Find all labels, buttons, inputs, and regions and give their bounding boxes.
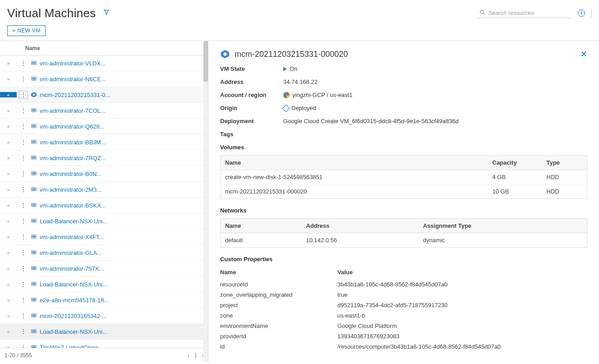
row-actions-menu[interactable]: ⋮	[19, 138, 28, 146]
vm-name-link[interactable]: Load-Balancer-NSX-Uni...	[40, 218, 107, 225]
row-actions-menu[interactable]: ⋮	[19, 123, 28, 130]
expand-icon[interactable]: »	[0, 218, 17, 224]
vm-name-link[interactable]: Load-Balancer-NSX-Uni...	[40, 328, 107, 335]
expand-icon[interactable]: »	[0, 234, 17, 240]
svg-rect-37	[32, 331, 36, 332]
vm-list-row[interactable]: »⋮vm-administrator-BSKX...	[0, 198, 208, 213]
row-actions-menu[interactable]: ⋮	[19, 170, 28, 177]
row-actions-menu[interactable]: ⋮	[19, 202, 28, 209]
volumes-col-capacity[interactable]: Capacity	[488, 156, 542, 170]
expand-icon[interactable]: »	[0, 187, 17, 192]
expand-icon[interactable]: »	[0, 171, 17, 176]
row-actions-menu[interactable]: ⋮	[19, 154, 28, 161]
vm-name-link[interactable]: Load-Balancer-NSX-Uni...	[40, 281, 107, 288]
networks-col-address[interactable]: Address	[302, 219, 419, 233]
vm-name-link[interactable]: vm-administrator-Q628...	[40, 123, 105, 130]
svg-rect-15	[32, 157, 36, 159]
props-col-name[interactable]: Name	[220, 267, 337, 279]
vm-list-row[interactable]: »⋮vm-administrator-Q628...	[0, 119, 208, 134]
expand-icon[interactable]: »	[0, 108, 17, 113]
expand-icon[interactable]: »	[0, 203, 17, 208]
vm-list-row[interactable]: »⋮vm-administrator-B0N...	[0, 166, 208, 182]
expand-icon[interactable]: »	[0, 297, 17, 303]
column-header-name[interactable]: Name	[25, 45, 40, 51]
collapse-icon[interactable]: «	[0, 92, 17, 97]
vm-name-link[interactable]: vm-administrator-GLA...	[40, 249, 102, 256]
vm-name-link[interactable]: e2e-a8n-mcm545178-18...	[40, 297, 109, 304]
row-actions-menu[interactable]: ⋮	[19, 328, 28, 335]
vm-list-row[interactable]: »⋮vm-administrator-7COL...	[0, 103, 208, 119]
volumes-col-name[interactable]: Name	[221, 156, 488, 170]
expand-icon[interactable]: »	[0, 155, 17, 161]
svg-rect-29	[32, 267, 36, 269]
row-actions-menu[interactable]: ⋮	[19, 296, 28, 304]
props-col-value[interactable]: Value	[337, 267, 587, 279]
vm-list-row[interactable]: »⋮vm-administrator-GLA...	[0, 245, 208, 261]
vm-name-link[interactable]: vm-administrator-2M3...	[40, 186, 101, 193]
table-row: default10.142.0.56dynamic	[221, 233, 587, 248]
vm-list-row[interactable]: »⋮vm-administrator-BBJM...	[0, 134, 208, 150]
expand-icon[interactable]: »	[0, 345, 17, 348]
scrollbar-track[interactable]	[203, 41, 208, 362]
vm-list-row[interactable]: »⋮Load-Balancer-NSX-Uni...	[0, 213, 208, 229]
networks-col-name[interactable]: Name	[221, 219, 302, 233]
row-actions-menu[interactable]: ⋮	[19, 186, 28, 193]
pager-prev[interactable]: ‹	[188, 352, 189, 359]
expand-icon[interactable]: »	[0, 281, 17, 287]
vm-name-link[interactable]: vm-administrator-BBJM...	[40, 139, 106, 146]
new-vm-button[interactable]: + NEW VM	[7, 25, 46, 36]
row-actions-menu[interactable]: ⋮	[19, 249, 28, 256]
vm-list-row[interactable]: »⋮vm-administrator-VLDX...	[0, 55, 208, 71]
vm-name-link[interactable]: mcm-20211203165342-...	[40, 313, 107, 319]
vm-list-row[interactable]: »⋮vm-administrator-757X...	[0, 261, 208, 276]
expand-icon[interactable]: »	[0, 313, 17, 318]
vm-list-row[interactable]: «⋮mcm-20211203215331-0...	[0, 87, 208, 103]
vm-name-link[interactable]: mcm-20211203215331-0...	[40, 92, 110, 98]
row-actions-menu[interactable]: ⋮	[19, 344, 28, 348]
search-resources[interactable]	[478, 9, 572, 18]
vm-list-row[interactable]: »⋮vm-administrator-2M3...	[0, 182, 208, 198]
vm-name-link[interactable]: vm-administrator-N6CE...	[40, 76, 106, 83]
expand-icon[interactable]: »	[0, 139, 17, 145]
row-actions-menu[interactable]: ⋮	[19, 60, 28, 67]
row-actions-menu[interactable]: ⋮	[19, 75, 28, 83]
filter-icon[interactable]	[103, 9, 110, 17]
expand-icon[interactable]: »	[0, 60, 17, 66]
vm-name-link[interactable]: vm-administrator-VLDX...	[40, 60, 106, 67]
info-icon[interactable]: i	[578, 9, 585, 17]
row-actions-menu[interactable]: ⋮	[19, 91, 28, 99]
vm-list-row[interactable]: »⋮Load-Balancer-NSX-Uni...	[0, 276, 208, 292]
vm-name-link[interactable]: vm-administrator-X4FT...	[40, 234, 104, 240]
vm-list-row[interactable]: »⋮mcm-20211203165342-...	[0, 308, 208, 324]
expand-icon[interactable]: »	[0, 124, 17, 129]
expand-icon[interactable]: »	[0, 329, 17, 334]
expand-icon[interactable]: »	[0, 76, 17, 82]
expand-icon[interactable]: »	[0, 266, 17, 271]
search-input[interactable]	[488, 9, 565, 16]
vm-list-row[interactable]: »⋮TinyWin7-LinkedClone-...	[0, 340, 208, 348]
networks-col-assignment[interactable]: Assignment Type	[419, 219, 587, 233]
scrollbar-thumb[interactable]	[203, 41, 208, 82]
vm-name-link[interactable]: TinyWin7-LinkedClone-...	[40, 344, 105, 348]
vm-name-link[interactable]: vm-administrator-7RQZ...	[40, 155, 106, 161]
row-actions-menu[interactable]: ⋮	[19, 107, 28, 114]
label-vm-state: VM State	[220, 65, 283, 72]
row-actions-menu[interactable]: ⋮	[19, 281, 28, 288]
vm-list-row[interactable]: »⋮vm-administrator-7RQZ...	[0, 150, 208, 166]
row-actions-menu[interactable]: ⋮	[19, 265, 28, 272]
vm-list-row[interactable]: »⋮vm-administrator-X4FT...	[0, 229, 208, 245]
vm-name-link[interactable]: vm-administrator-BSKX...	[40, 202, 106, 209]
vm-name-link[interactable]: vm-administrator-7COL...	[40, 107, 106, 114]
row-actions-menu[interactable]: ⋮	[19, 233, 28, 240]
expand-icon[interactable]: »	[0, 250, 17, 255]
row-actions-menu[interactable]: ⋮	[19, 312, 28, 319]
vm-list-row[interactable]: »⋮vm-administrator-N6CE...	[0, 71, 208, 87]
row-actions-menu[interactable]: ⋮	[19, 217, 28, 225]
vm-name-link[interactable]: vm-administrator-B0N...	[40, 170, 101, 177]
vm-list-row[interactable]: »⋮e2e-a8n-mcm545178-18...	[0, 292, 208, 308]
volumes-col-type[interactable]: Type	[542, 156, 587, 170]
vm-name-link[interactable]: vm-administrator-757X...	[40, 265, 104, 272]
close-icon[interactable]: ✕	[581, 49, 587, 59]
prop-name: project	[220, 300, 337, 310]
vm-list-row[interactable]: »⋮Load-Balancer-NSX-Uni...	[0, 324, 208, 340]
